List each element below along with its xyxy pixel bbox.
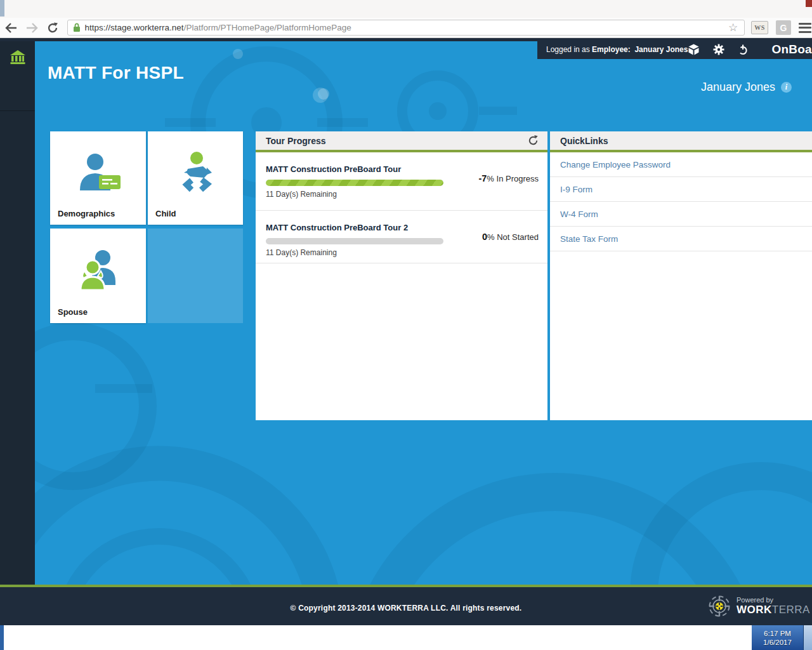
copyright-text: © Copyright 2013-2014 WORKTERRA LLC. All…	[0, 604, 812, 613]
tour-remaining: 11 Day(s) Remaining	[266, 248, 537, 257]
progress-bar-fill	[266, 180, 443, 186]
tour-name: MATT Construction PreBoard Tour	[266, 164, 537, 174]
taskbar-clock[interactable]: 6:17 PM 1/6/2017	[752, 625, 803, 650]
tile-demographics[interactable]: Demographics	[50, 131, 146, 225]
footer: © Copyright 2013-2014 WORKTERRA LLC. All…	[0, 587, 812, 625]
back-button[interactable]	[2, 20, 21, 36]
tile-placeholder-empty	[148, 229, 243, 323]
page-title: MATT For HSPL	[48, 63, 184, 83]
brand-bold: WORK	[737, 604, 772, 616]
tour-item[interactable]: MATT Construction PreBoard Tour 11 Day(s…	[256, 152, 547, 211]
tile-spouse[interactable]: Spouse	[50, 229, 146, 323]
secure-lock-icon[interactable]	[73, 23, 81, 32]
left-sidebar	[0, 41, 35, 585]
quicklink-state-tax-form[interactable]: State Tax Form	[550, 227, 812, 251]
info-icon[interactable]: i	[781, 82, 792, 93]
couple-icon	[50, 240, 146, 302]
quicklink-i9-form[interactable]: I-9 Form	[550, 177, 812, 202]
reload-icon	[47, 22, 58, 34]
extension-ws-button[interactable]: WS	[751, 21, 768, 34]
tour-status: -7% In Progress	[478, 173, 539, 183]
tile-label: Demographics	[58, 209, 115, 218]
forward-icon	[25, 23, 38, 33]
tour-status: 0% Not Started	[482, 232, 539, 242]
tour-progress-title: Tour Progress	[266, 136, 326, 146]
clock-time: 6:17 PM	[752, 630, 803, 637]
tile-child[interactable]: Child	[148, 131, 243, 225]
apps-box-icon[interactable]	[688, 44, 700, 55]
settings-gear-icon[interactable]	[713, 44, 724, 55]
brand-light: TERRA	[772, 604, 810, 616]
taskbar-edge-sliver	[0, 625, 4, 650]
bottom-strip	[0, 625, 812, 650]
progress-bar	[266, 180, 443, 186]
quicklinks-title: QuickLinks	[560, 136, 608, 146]
tour-progress-panel: Tour Progress MATT Construction PreBoard…	[256, 131, 547, 420]
logged-in-bar: Logged in as Employee: January Jones OnB…	[537, 40, 812, 59]
forward-button[interactable]	[23, 20, 42, 36]
back-icon	[5, 23, 18, 33]
home-icon	[10, 50, 26, 65]
powered-by-label: Powered by	[737, 596, 810, 604]
tour-percent: -7	[478, 173, 487, 183]
refresh-icon[interactable]	[528, 135, 539, 146]
logged-in-prefix: Logged in as	[546, 45, 592, 54]
window-close-button-sliver[interactable]	[806, 0, 812, 7]
tour-name: MATT Construction PreBoard Tour 2	[266, 223, 537, 232]
tour-progress-header: Tour Progress	[256, 131, 547, 152]
person-id-card-icon	[50, 143, 146, 203]
tile-label: Child	[155, 209, 176, 218]
url-path: /Platform/PTHomePage/PlatformHomePage	[184, 23, 351, 32]
url-origin: https://stage.workterra.net	[85, 23, 184, 32]
tour-status-text: % In Progress	[487, 174, 539, 183]
address-bar[interactable]: https://stage.workterra.net/Platform/PTH…	[67, 20, 745, 36]
logged-in-role: Employee:	[592, 45, 632, 54]
browser-menu-icon[interactable]	[798, 22, 812, 34]
clock-date: 1/6/2017	[752, 639, 803, 646]
bookmark-star-icon[interactable]: ☆	[727, 22, 739, 33]
tile-label: Spouse	[58, 307, 88, 317]
hero-user: January Jones i	[701, 81, 792, 94]
power-logout-icon[interactable]	[738, 44, 748, 55]
quicklink-w4-form[interactable]: W-4 Form	[550, 202, 812, 227]
browser-tab-edge[interactable]	[0, 0, 4, 17]
sidebar-home-button[interactable]	[0, 41, 35, 111]
quicklink-change-password[interactable]: Change Employee Password	[550, 152, 812, 177]
tour-status-text: % Not Started	[487, 232, 539, 242]
url-text[interactable]: https://stage.workterra.net/Platform/PTH…	[85, 23, 727, 32]
hero-user-name: January Jones	[701, 81, 775, 94]
show-desktop-button[interactable]	[803, 625, 812, 650]
logged-in-user: January Jones	[632, 45, 688, 54]
tour-remaining: 11 Day(s) Remaining	[266, 190, 537, 199]
tour-item[interactable]: MATT Construction PreBoard Tour 2 11 Day…	[256, 211, 547, 263]
product-name: OnBoard	[771, 43, 812, 56]
tour-percent: 0	[482, 232, 487, 242]
quicklinks-panel: QuickLinks Change Employee Password I-9 …	[550, 131, 812, 420]
workterra-logo-icon	[708, 595, 731, 618]
extension-g-button[interactable]: G	[776, 20, 792, 35]
baby-icon	[148, 143, 243, 203]
workterra-wordmark: WORKTERRA	[737, 604, 810, 616]
progress-bar	[266, 238, 443, 244]
browser-tab-strip	[0, 0, 812, 18]
browser-toolbar: https://stage.workterra.net/Platform/PTH…	[0, 18, 812, 38]
reload-button[interactable]	[43, 20, 62, 36]
powered-by-block: Powered by WORKTERRA	[708, 595, 810, 618]
quicklinks-header: QuickLinks	[550, 131, 812, 152]
